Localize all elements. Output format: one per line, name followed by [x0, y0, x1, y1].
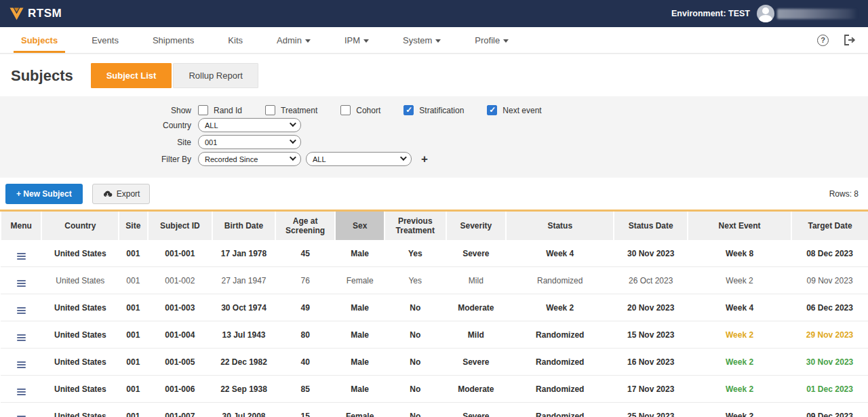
checkbox-icon [487, 105, 497, 115]
column-header[interactable]: Severity [446, 211, 507, 241]
show-checkbox[interactable]: Treatment [265, 105, 317, 115]
cell-severity: Severe [446, 349, 507, 376]
environment-area: Environment: TEST [671, 5, 857, 22]
nav-item[interactable]: Subjects [4, 27, 75, 53]
filter-by-select[interactable]: Recorded Since [198, 152, 301, 166]
chevron-down-icon [435, 39, 441, 43]
cell-status-date: 30 Nov 2023 [614, 240, 688, 267]
nav-item[interactable]: Events [75, 27, 136, 53]
site-select[interactable]: 001 [198, 135, 301, 149]
cell-previous-treatment: No [384, 294, 446, 321]
row-menu-button[interactable] [1, 267, 41, 294]
cell-severity: Severe [446, 240, 507, 267]
user-avatar-icon[interactable] [757, 5, 774, 22]
row-menu-button[interactable] [1, 403, 41, 417]
show-checkbox[interactable]: Next event [487, 105, 541, 115]
cell-next-event: Week 2 [688, 267, 791, 294]
nav-item-label: Shipments [153, 35, 194, 45]
column-header[interactable]: Previous Treatment [384, 211, 446, 241]
table-row: United States 001 001-007 30 Jul 2008 15… [1, 403, 868, 417]
cell-subject-id: 001-001 [148, 240, 213, 267]
table-header-row: Menu Country Site Subject ID Birth Date … [1, 211, 868, 241]
row-menu-button[interactable] [1, 349, 41, 376]
nav-item[interactable]: Shipments [136, 27, 211, 53]
column-header[interactable]: Target Date [791, 211, 868, 241]
checkbox-label: Cohort [356, 106, 380, 115]
cell-sex: Female [335, 403, 384, 417]
column-header[interactable]: Next Event [688, 211, 791, 241]
cell-previous-treatment: No [384, 376, 446, 403]
cell-birth-date: 17 Jan 1978 [212, 240, 275, 267]
nav-item[interactable]: Admin [260, 27, 328, 53]
country-select[interactable]: ALL [198, 118, 301, 132]
cell-sex: Male [335, 321, 384, 349]
table-row: United States 001 001-001 17 Jan 1978 45… [1, 240, 868, 267]
nav-item[interactable]: Profile [458, 27, 526, 53]
cell-next-event: Week 2 [688, 376, 791, 403]
rows-count: Rows: 8 [829, 189, 859, 199]
column-header[interactable]: Status Date [614, 211, 688, 241]
cell-subject-id: 001-007 [148, 403, 213, 417]
show-checkbox[interactable]: Cohort [340, 105, 380, 115]
table-row: United States 001 001-006 22 Sep 1938 85… [1, 376, 868, 403]
cell-severity: Mild [446, 321, 507, 349]
cell-previous-treatment: No [384, 403, 446, 417]
logout-icon[interactable] [844, 35, 856, 45]
cell-sex: Male [335, 294, 384, 321]
show-checkbox[interactable]: Rand Id [198, 105, 242, 115]
cell-status: Randomized [506, 403, 614, 417]
row-menu-button[interactable] [1, 321, 41, 349]
checkbox-label: Stratification [419, 106, 464, 115]
menu-icon [17, 389, 26, 395]
cell-country: United States [41, 240, 119, 267]
column-header[interactable]: Status [506, 211, 614, 241]
cell-target-date: 09 Dec 2023 [791, 403, 868, 417]
nav-item[interactable]: IPM [328, 27, 386, 53]
cell-subject-id: 001-006 [148, 376, 213, 403]
cell-target-date: 29 Nov 2023 [791, 321, 868, 349]
cell-target-date: 06 Dec 2023 [791, 294, 868, 321]
nav-item-label: Profile [475, 35, 500, 45]
column-header[interactable]: Subject ID [148, 211, 213, 241]
cloud-download-icon [102, 190, 113, 198]
nav-item[interactable]: Kits [211, 27, 260, 53]
cell-age: 76 [275, 267, 336, 294]
table-row: United States 001 001-004 13 Jul 1943 80… [1, 321, 868, 349]
filter-panel: Show Rand Id Treatment Cohort [0, 96, 868, 178]
nav-item[interactable]: System [386, 27, 458, 53]
filter-by-value-select[interactable]: ALL [306, 152, 412, 166]
export-button[interactable]: Export [92, 184, 151, 204]
row-menu-button[interactable] [1, 240, 41, 267]
table-row: United States 001 001-005 22 Dec 1982 40… [1, 349, 868, 376]
cell-birth-date: 30 Jul 2008 [212, 403, 275, 417]
cell-site: 001 [119, 240, 147, 267]
column-header[interactable]: Country [41, 211, 119, 241]
column-header[interactable]: Age at Screening [275, 211, 336, 241]
show-checkbox[interactable]: Stratification [403, 105, 464, 115]
cell-country: United States [41, 349, 119, 376]
user-name-redacted [777, 9, 857, 19]
cell-target-date: 08 Dec 2023 [791, 240, 868, 267]
subjects-table: Menu Country Site Subject ID Birth Date … [0, 210, 868, 417]
help-icon[interactable]: ? [817, 35, 829, 46]
cell-status-date: 16 Nov 2023 [614, 349, 688, 376]
chevron-down-icon [305, 39, 311, 43]
cell-country: United States [41, 294, 119, 321]
filter-by-value-select-value: ALL [313, 155, 326, 163]
cell-age: 49 [275, 294, 336, 321]
view-tab[interactable]: Rollup Report [173, 63, 258, 88]
column-header[interactable]: Sex [335, 211, 384, 241]
view-tab[interactable]: Subject List [91, 63, 172, 88]
nav-item-label: IPM [344, 35, 360, 45]
nav-item-label: System [403, 35, 432, 45]
environment-label: Environment: TEST [671, 9, 750, 18]
new-subject-button[interactable]: + New Subject [5, 184, 83, 204]
cell-status-date: 15 Nov 2023 [614, 321, 688, 349]
row-menu-button[interactable] [1, 376, 41, 403]
column-header[interactable]: Site [119, 211, 147, 241]
column-header[interactable]: Menu [1, 211, 41, 241]
add-filter-button[interactable]: + [421, 153, 428, 165]
column-header[interactable]: Birth Date [212, 211, 275, 241]
row-menu-button[interactable] [1, 294, 41, 321]
app-logo: RTSM [9, 7, 62, 20]
